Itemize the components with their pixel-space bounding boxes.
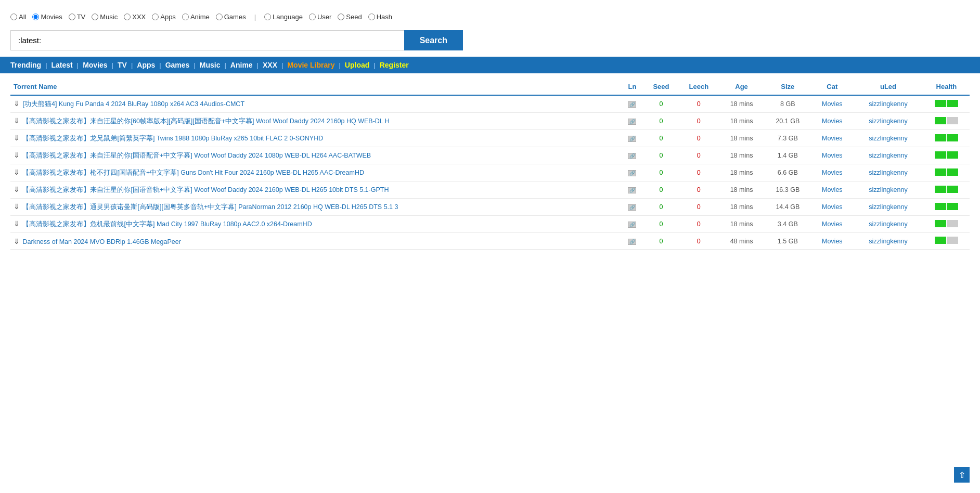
radio-seed[interactable]: Seed	[338, 13, 362, 21]
nav-upload[interactable]: Upload	[345, 61, 369, 69]
nav-music[interactable]: Music	[200, 61, 221, 69]
magnet-icon[interactable]: 🔗	[628, 101, 636, 108]
torrent-cat-cell: Movies	[811, 147, 854, 164]
uploader-link[interactable]: sizzlingkenny	[869, 118, 907, 125]
magnet-icon[interactable]: 🔗	[628, 239, 636, 245]
radio-music[interactable]: Music	[92, 13, 118, 21]
uploader-link[interactable]: sizzlingkenny	[869, 186, 907, 193]
radio-anime[interactable]: Anime	[182, 13, 210, 21]
content: Torrent Name Ln Seed Leech Age Size Cat …	[0, 73, 980, 255]
table-row: ⇓ [功夫熊猫4] Kung Fu Panda 4 2024 BluRay 10…	[10, 95, 970, 113]
nav-movie-library[interactable]: Movie Library	[287, 61, 334, 69]
download-icon[interactable]: ⇓	[14, 202, 21, 210]
category-link[interactable]: Movies	[822, 118, 843, 125]
download-icon[interactable]: ⇓	[14, 116, 21, 124]
category-link[interactable]: Movies	[822, 169, 843, 176]
search-button[interactable]: Search	[404, 30, 463, 50]
col-header-health[interactable]: Health	[923, 79, 970, 95]
magnet-icon[interactable]: 🔗	[628, 187, 636, 193]
torrent-name-cell: ⇓ 【高清影视之家发布】来自汪星的你[60帧率版本][高码版][国语配音+中文字…	[10, 113, 621, 130]
category-link[interactable]: Movies	[822, 220, 843, 228]
torrent-name-cell: ⇓ Darkness of Man 2024 MVO BDRip 1.46GB …	[10, 233, 621, 250]
torrent-leech-cell: 0	[679, 130, 719, 147]
download-icon[interactable]: ⇓	[14, 168, 21, 175]
torrent-cat-cell: Movies	[811, 130, 854, 147]
radio-user[interactable]: User	[309, 13, 331, 21]
download-icon[interactable]: ⇓	[14, 134, 21, 141]
col-header-ln[interactable]: Ln	[621, 79, 644, 95]
torrent-link[interactable]: 【高清影视之家发布】龙兄鼠弟[简繁英字幕] Twins 1988 1080p B…	[22, 135, 323, 142]
uploader-link[interactable]: sizzlingkenny	[869, 152, 907, 159]
radio-games[interactable]: Games	[216, 13, 246, 21]
uploader-link[interactable]: sizzlingkenny	[869, 203, 907, 211]
uploader-link[interactable]: sizzlingkenny	[869, 135, 907, 142]
uploader-link[interactable]: sizzlingkenny	[869, 238, 907, 245]
health-indicator	[935, 238, 958, 245]
magnet-icon[interactable]: 🔗	[628, 136, 636, 142]
magnet-icon[interactable]: 🔗	[628, 119, 636, 125]
col-header-seed[interactable]: Seed	[643, 79, 678, 95]
torrent-seed-cell: 0	[643, 199, 678, 216]
col-header-uled[interactable]: uLed	[853, 79, 923, 95]
nav-movies[interactable]: Movies	[83, 61, 107, 69]
torrent-leech-cell: 0	[679, 164, 719, 181]
category-link[interactable]: Movies	[822, 203, 843, 211]
table-row: ⇓ 【高清影视之家发布】龙兄鼠弟[简繁英字幕] Twins 1988 1080p…	[10, 130, 970, 147]
col-header-name[interactable]: Torrent Name	[10, 79, 621, 95]
radio-tv[interactable]: TV	[69, 13, 86, 21]
torrent-leech-cell: 0	[679, 147, 719, 164]
download-icon[interactable]: ⇓	[14, 99, 21, 107]
search-form: Search	[10, 30, 463, 50]
torrent-link[interactable]: 【高清影视之家发布】枪不打四[国语配音+中文字幕] Guns Don't Hit…	[22, 169, 364, 176]
col-header-age[interactable]: Age	[719, 79, 764, 95]
col-header-leech[interactable]: Leech	[679, 79, 719, 95]
category-link[interactable]: Movies	[822, 238, 843, 245]
seed-count: 0	[659, 100, 663, 108]
radio-hash[interactable]: Hash	[368, 13, 392, 21]
nav-latest[interactable]: Latest	[51, 61, 73, 69]
category-link[interactable]: Movies	[822, 135, 843, 142]
torrent-link[interactable]: 【高清影视之家发布】通灵男孩诺曼斯[高码版][国粤英多音轨+中文字幕] Para…	[22, 203, 398, 211]
radio-movies[interactable]: Movies	[32, 13, 62, 21]
radio-all[interactable]: All	[10, 13, 26, 21]
torrent-link[interactable]: Darkness of Man 2024 MVO BDRip 1.46GB Me…	[22, 238, 180, 245]
download-icon[interactable]: ⇓	[14, 219, 21, 227]
torrent-link[interactable]: 【高清影视之家发布】来自汪星的你[国语音轨+中文字幕] Woof Woof Da…	[22, 186, 389, 193]
torrent-link[interactable]: 【高清影视之家发布】危机最前线[中文字幕] Mad City 1997 BluR…	[22, 220, 312, 228]
nav-anime[interactable]: Anime	[230, 61, 253, 69]
nav-register[interactable]: Register	[380, 61, 409, 69]
radio-apps[interactable]: Apps	[152, 13, 176, 21]
magnet-icon[interactable]: 🔗	[628, 222, 636, 228]
table-row: ⇓ 【高清影视之家发布】来自汪星的你[国语音轨+中文字幕] Woof Woof …	[10, 181, 970, 199]
col-header-size[interactable]: Size	[764, 79, 811, 95]
torrent-seed-cell: 0	[643, 233, 678, 250]
magnet-icon[interactable]: 🔗	[628, 170, 636, 176]
health-indicator	[935, 101, 958, 109]
nav-games[interactable]: Games	[165, 61, 190, 69]
download-icon[interactable]: ⇓	[14, 185, 21, 192]
col-header-cat[interactable]: Cat	[811, 79, 854, 95]
torrent-seed-cell: 0	[643, 130, 678, 147]
nav-trending[interactable]: Trending	[10, 61, 41, 69]
category-link[interactable]: Movies	[822, 186, 843, 193]
nav-tv[interactable]: TV	[118, 61, 127, 69]
category-link[interactable]: Movies	[822, 100, 843, 108]
magnet-icon[interactable]: 🔗	[628, 153, 636, 159]
uploader-link[interactable]: sizzlingkenny	[869, 169, 907, 176]
nav-apps[interactable]: Apps	[137, 61, 155, 69]
category-link[interactable]: Movies	[822, 152, 843, 159]
size-value: 7.3 GB	[778, 135, 798, 142]
uploader-link[interactable]: sizzlingkenny	[869, 100, 907, 108]
uploader-link[interactable]: sizzlingkenny	[869, 220, 907, 228]
torrent-link[interactable]: 【高清影视之家发布】来自汪星的你[60帧率版本][高码版][国语配音+中文字幕]…	[22, 118, 389, 125]
download-icon[interactable]: ⇓	[14, 151, 21, 158]
radio-xxx[interactable]: XXX	[124, 13, 146, 21]
download-icon[interactable]: ⇓	[14, 237, 21, 244]
torrent-link[interactable]: [功夫熊猫4] Kung Fu Panda 4 2024 BluRay 1080…	[22, 100, 244, 108]
nav-xxx[interactable]: XXX	[263, 61, 277, 69]
radio-language[interactable]: Language	[264, 13, 303, 21]
leech-count: 0	[697, 118, 701, 125]
search-input[interactable]	[10, 30, 404, 50]
torrent-link[interactable]: 【高清影视之家发布】来自汪星的你[国语配音+中文字幕] Woof Woof Da…	[22, 152, 371, 159]
magnet-icon[interactable]: 🔗	[628, 204, 636, 211]
